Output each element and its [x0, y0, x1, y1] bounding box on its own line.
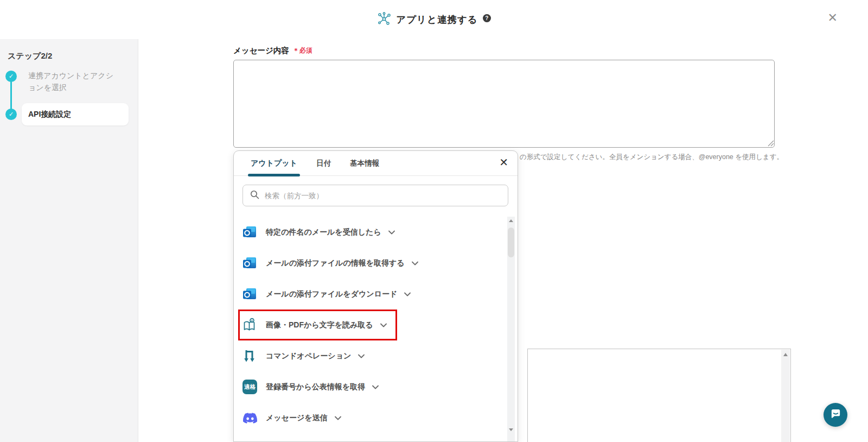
list-item-invoice-registry-lookup[interactable]: 適格 登録番号から公表情報を取得: [234, 371, 508, 402]
list-item-outlook-trigger[interactable]: 特定の件名のメールを受信したら: [234, 217, 508, 248]
chat-launcher-button[interactable]: [824, 403, 847, 427]
list-item-label: コマンドオペレーション: [266, 351, 351, 361]
scroll-up-icon[interactable]: [509, 219, 513, 222]
scroll-down-icon[interactable]: [509, 428, 513, 431]
help-icon[interactable]: ?: [483, 14, 491, 22]
sidebar-step-label: API接続設定: [28, 110, 71, 119]
sidebar-step-api-settings[interactable]: API接続設定: [22, 103, 129, 125]
tab-basic-info[interactable]: 基本情報: [350, 151, 379, 176]
popup-close-icon[interactable]: ✕: [499, 157, 508, 168]
output-picker-popup: アウトプット 日付 基本情報 ✕: [233, 150, 518, 442]
tab-output[interactable]: アウトプット: [251, 151, 297, 176]
field-help-text: の形式で設定してください。全員をメンションする場合、@everyone を使用し…: [520, 153, 783, 162]
step1-check-icon: ✓: [5, 71, 17, 82]
scroll-up-icon[interactable]: [783, 353, 788, 356]
message-field-label: メッセージ内容: [233, 46, 289, 56]
sidebar-step-account-action[interactable]: 連携アカウントとアクションを選択: [28, 70, 119, 93]
tekikaku-badge-icon: 適格: [242, 380, 257, 394]
message-content-textarea[interactable]: [233, 60, 775, 148]
list-item-label: メッセージを送信: [266, 413, 328, 423]
required-badge: ＊必須: [293, 46, 312, 56]
chevron-down-icon[interactable]: [380, 323, 387, 327]
textarea-resize-handle-icon[interactable]: [768, 139, 774, 149]
list-item-label: 登録番号から公表情報を取得: [266, 382, 365, 392]
list-item-discord-send-message[interactable]: メッセージを送信: [234, 402, 508, 433]
outlook-icon: [242, 256, 257, 270]
search-icon: [250, 190, 259, 201]
popup-scrollbar[interactable]: [507, 217, 515, 441]
page-title: アプリと連携する: [396, 13, 477, 26]
dialog-close-icon[interactable]: ✕: [828, 12, 838, 24]
search-input[interactable]: [265, 192, 508, 200]
chat-bubble-icon: [829, 408, 842, 422]
command-operation-icon: [242, 349, 257, 363]
chevron-down-icon[interactable]: [358, 354, 365, 358]
list-item-label: メールの添付ファイルの情報を取得する: [266, 258, 405, 268]
chevron-down-icon[interactable]: [404, 292, 411, 296]
chevron-down-icon[interactable]: [412, 261, 418, 266]
dialog-header: アプリと連携する ?: [0, 0, 868, 39]
sidebar: ステップ2/2 ✓ 連携アカウントとアクションを選択 API接続設定 ✓: [0, 39, 138, 442]
list-item-label: 特定の件名のメールを受信したら: [266, 228, 381, 237]
chevron-down-icon[interactable]: [335, 416, 341, 420]
secondary-scrollbar[interactable]: [781, 350, 790, 442]
discord-icon: [242, 411, 257, 425]
outlook-icon: [242, 225, 257, 239]
tab-date[interactable]: 日付: [316, 151, 331, 176]
list-item-label: 画像・PDFから文字を読み取る: [266, 320, 373, 330]
secondary-textarea[interactable]: [527, 349, 791, 442]
step2-check-icon: ✓: [5, 109, 17, 120]
output-list: 特定の件名のメールを受信したら メールの添付ファイルの情: [234, 217, 508, 433]
outlook-icon: [242, 287, 257, 301]
step-counter: ステップ2/2: [8, 51, 52, 61]
search-box: [242, 185, 508, 206]
list-item-command-operation[interactable]: コマンドオペレーション: [234, 340, 508, 371]
chevron-down-icon[interactable]: [388, 230, 395, 235]
list-item-outlook-attachment-info[interactable]: メールの添付ファイルの情報を取得する: [234, 248, 508, 279]
list-item-ocr-read-text[interactable]: 画像・PDFから文字を読み取る: [234, 310, 508, 340]
ocr-book-icon: [242, 318, 257, 332]
chevron-down-icon[interactable]: [372, 385, 379, 389]
list-item-label: メールの添付ファイルをダウンロード: [266, 289, 397, 299]
app-integration-dialog: アプリと連携する ? ✕ ステップ2/2 ✓ 連携アカウントとアクションを選択 …: [0, 0, 868, 442]
message-field-label-row: メッセージ内容 ＊必須: [233, 46, 312, 56]
hub-icon: [377, 11, 391, 28]
popup-tabbar: アウトプット 日付 基本情報: [234, 151, 518, 176]
scrollbar-thumb[interactable]: [508, 228, 514, 257]
list-item-outlook-attachment-download[interactable]: メールの添付ファイルをダウンロード: [234, 279, 508, 310]
